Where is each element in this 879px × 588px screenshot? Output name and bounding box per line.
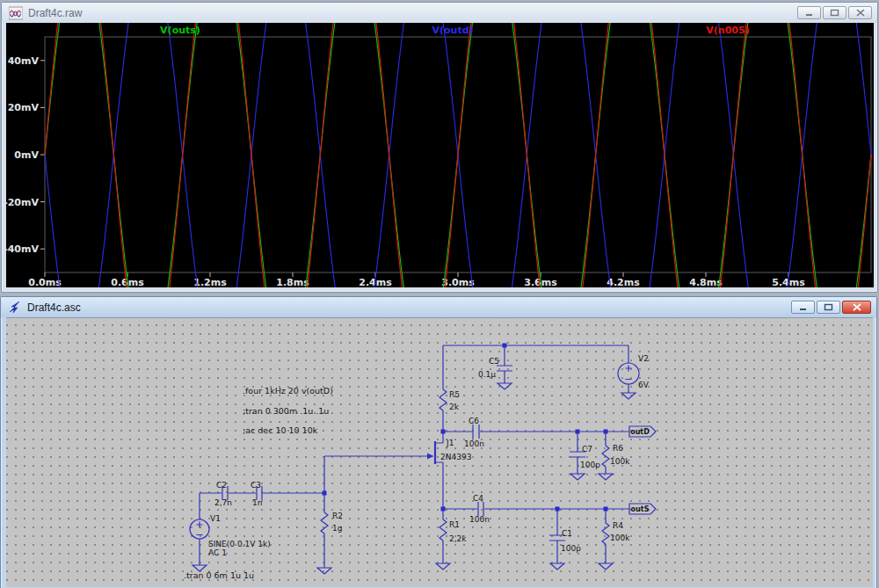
label-R6-value: 100k	[610, 457, 630, 466]
directive-ac-comment: ;ac dec 10 10 10k	[243, 425, 318, 435]
voltage-source-V1[interactable]	[190, 519, 209, 539]
label-R6-name: R6	[613, 444, 623, 453]
label-C7-value: 100p	[580, 461, 600, 469]
minimize-button[interactable]	[791, 301, 815, 314]
schematic-titlebar[interactable]: Draft4c.asc	[1, 297, 876, 317]
label-R2-value: 1g	[332, 524, 342, 533]
resistor-R5[interactable]	[440, 389, 447, 410]
label-C6-value: 100n	[464, 439, 484, 448]
component-labels: .four 1kHz 20 v(outD) ;tran 0 300m .1u .…	[184, 354, 650, 580]
maximize-icon	[830, 9, 839, 17]
maximize-icon	[824, 303, 833, 311]
label-C3-value: 1n	[252, 498, 262, 507]
window-title: Draft4c.raw	[28, 7, 82, 19]
label-J1-name: J1	[446, 439, 454, 447]
voltage-source-V2[interactable]	[618, 363, 639, 384]
svg-text:-40mV: -40mV	[6, 243, 39, 255]
svg-text:4.8ms: 4.8ms	[689, 277, 723, 287]
resistor-R2[interactable]	[321, 512, 328, 534]
svg-text:-20mV: -20mV	[6, 197, 39, 208]
directive-tran-active: .tran 0 6m 1u 1u	[184, 570, 254, 580]
label-R4-value: 100k	[610, 534, 630, 542]
label-C2-value: 2,7n	[214, 498, 232, 507]
label-C4-name: C4	[473, 494, 483, 503]
label-J1-model: 2N4393	[440, 453, 471, 461]
waveform-traces	[45, 23, 871, 287]
maximize-button[interactable]	[817, 301, 840, 314]
minimize-icon	[804, 9, 814, 17]
label-C4-value: 100n	[469, 515, 490, 524]
waveform-plot-area[interactable]: 100mV80mV60mV40mV20mV0mV-20mV-40mV-60mV-…	[6, 23, 874, 287]
waveform-icon	[9, 6, 23, 20]
close-icon	[853, 303, 861, 311]
svg-text:1.8ms: 1.8ms	[276, 277, 309, 287]
resistor-R6[interactable]	[602, 446, 609, 467]
label-R4-name: R4	[613, 521, 623, 530]
flag-text-outS: outS	[631, 505, 650, 513]
label-C6-name: C6	[469, 417, 479, 425]
label-R5-value: 2k	[449, 403, 460, 411]
junction-dots	[323, 344, 608, 512]
svg-text:40mV: 40mV	[8, 55, 40, 67]
directive-tran-comment: ;tran 0 300m .1u .1u	[243, 406, 329, 416]
capacitor-C4[interactable]	[478, 502, 483, 516]
flag-text-outD: outD	[630, 428, 650, 436]
label-C2-name: C2	[216, 481, 227, 490]
schematic-canvas[interactable]: .four 1kHz 20 v(outD) ;tran 0 300m .1u .…	[6, 317, 873, 587]
schematic-window: Draft4c.asc	[0, 296, 877, 588]
axis-ticks: 100mV80mV60mV40mV20mV0mV-20mV-40mV-60mV-…	[6, 23, 805, 287]
label-R2-name: R2	[332, 512, 343, 520]
directive-four: .four 1kHz 20 v(outD)	[243, 386, 333, 396]
close-icon	[856, 9, 865, 17]
close-button[interactable]	[848, 6, 872, 19]
label-C5-name: C5	[489, 357, 499, 366]
label-R5-name: R5	[449, 390, 460, 399]
svg-text:4.2ms: 4.2ms	[607, 277, 640, 287]
minimize-button[interactable]	[797, 6, 821, 19]
svg-text:3.0ms: 3.0ms	[441, 277, 475, 287]
schematic-drawing: .four 1kHz 20 v(outD) ;tran 0 300m .1u .…	[6, 318, 873, 587]
label-C5-value: 0.1µ	[478, 370, 496, 379]
label-V2-value: 6V	[638, 381, 650, 389]
close-button[interactable]	[842, 301, 871, 314]
ltspice-schematic-icon	[8, 301, 22, 315]
waveform-titlebar[interactable]: Draft4c.raw	[2, 3, 877, 23]
resistor-R1[interactable]	[440, 519, 447, 541]
minimize-icon	[798, 303, 808, 311]
waveform-plot: 100mV80mV60mV40mV20mV0mV-20mV-40mV-60mV-…	[6, 23, 874, 287]
capacitor-C6[interactable]	[473, 425, 479, 439]
label-V1-name: V1	[210, 514, 221, 523]
label-V1-value: SINE(0 0.1V 1k)	[208, 540, 271, 548]
svg-text:0mV: 0mV	[14, 149, 39, 161]
label-C3-name: C3	[251, 481, 261, 490]
label-C7-name: C7	[582, 445, 592, 454]
svg-text:0.0ms: 0.0ms	[28, 277, 62, 287]
label-V2-name: V2	[638, 354, 649, 363]
trace-label-vouts[interactable]: V(outs)	[160, 25, 200, 36]
waveform-window: Draft4c.raw 100mV80mV60mV40mV20mV0mV-20m…	[1, 2, 878, 293]
trace-label-voutd[interactable]: V(outd)	[432, 25, 473, 36]
resistor-R4[interactable]	[602, 523, 609, 544]
label-C1-value: 100p	[561, 544, 581, 553]
label-V1-value2: AC 1	[208, 548, 227, 557]
svg-text:20mV: 20mV	[8, 102, 40, 113]
svg-text:1.2ms: 1.2ms	[193, 277, 227, 287]
label-R1-value: 2,2k	[449, 534, 467, 543]
label-R1-name: R1	[449, 520, 460, 529]
capacitor-C5[interactable]	[497, 366, 512, 371]
maximize-button[interactable]	[823, 6, 846, 19]
window-title: Draft4c.asc	[27, 301, 81, 314]
trace-label-vn005[interactable]: V(n005)	[706, 25, 749, 36]
label-C1-name: C1	[562, 529, 572, 538]
